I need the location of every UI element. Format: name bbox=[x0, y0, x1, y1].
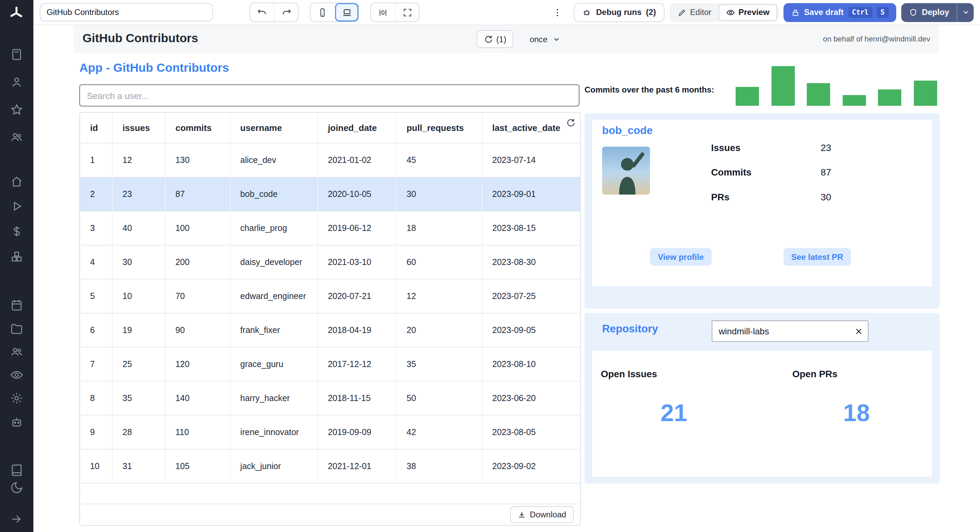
table-cell[interactable]: 40 bbox=[112, 211, 165, 245]
table-cell[interactable]: irene_innovator bbox=[230, 415, 318, 449]
column-header-issues[interactable]: issues bbox=[112, 113, 165, 143]
eye-icon[interactable] bbox=[9, 367, 24, 382]
table-cell[interactable]: 2023-08-05 bbox=[482, 415, 580, 449]
schedule-select[interactable]: once bbox=[525, 30, 566, 48]
table-cell[interactable]: 100 bbox=[165, 211, 230, 245]
refresh-app-button[interactable]: (1) bbox=[477, 30, 513, 48]
table-cell[interactable]: 9 bbox=[80, 415, 112, 449]
column-header-joined_date[interactable]: joined_date bbox=[318, 113, 396, 143]
table-cell[interactable]: 2021-01-02 bbox=[318, 143, 396, 177]
table-cell[interactable]: 140 bbox=[165, 381, 230, 415]
table-cell[interactable]: 12 bbox=[396, 279, 482, 313]
table-row[interactable]: 725120grace_guru2017-12-12352023-08-10 bbox=[80, 347, 580, 381]
clear-repository-button[interactable] bbox=[849, 321, 868, 341]
table-cell[interactable]: frank_fixer bbox=[230, 313, 318, 347]
preview-tab[interactable]: Preview bbox=[718, 4, 777, 21]
users-icon[interactable] bbox=[9, 129, 24, 144]
table-cell[interactable]: 35 bbox=[112, 381, 165, 415]
undo-button[interactable] bbox=[250, 3, 274, 21]
desktop-view-button[interactable] bbox=[334, 3, 358, 21]
table-cell[interactable]: 30 bbox=[112, 245, 165, 279]
table-cell[interactable]: bob_code bbox=[230, 177, 318, 211]
table-cell[interactable]: 2 bbox=[80, 177, 112, 211]
table-cell[interactable]: 35 bbox=[396, 347, 482, 381]
calendar-icon[interactable] bbox=[9, 297, 24, 312]
group-icon[interactable] bbox=[9, 344, 24, 359]
column-header-username[interactable]: username bbox=[230, 113, 318, 143]
deploy-dropdown-button[interactable] bbox=[957, 3, 974, 22]
table-cell[interactable]: 2021-03-10 bbox=[318, 245, 396, 279]
table-cell[interactable]: 19 bbox=[112, 313, 165, 347]
table-cell[interactable]: 2019-06-12 bbox=[318, 211, 396, 245]
table-cell[interactable]: 28 bbox=[112, 415, 165, 449]
table-cell[interactable]: 42 bbox=[396, 415, 482, 449]
dollar-icon[interactable] bbox=[9, 224, 24, 238]
table-cell[interactable]: 31 bbox=[112, 449, 165, 483]
table-cell[interactable]: 2021-12-01 bbox=[318, 449, 396, 483]
folder-icon[interactable] bbox=[9, 321, 24, 336]
table-cell[interactable]: 10 bbox=[80, 449, 112, 483]
table-cell[interactable]: 25 bbox=[112, 347, 165, 381]
fullscreen-button[interactable] bbox=[395, 3, 419, 21]
table-cell[interactable]: 2023-06-20 bbox=[482, 381, 580, 415]
table-cell[interactable]: 3 bbox=[80, 211, 112, 245]
table-cell[interactable]: 2023-08-10 bbox=[482, 347, 580, 381]
view-profile-button[interactable]: View profile bbox=[650, 248, 711, 266]
table-cell[interactable]: 87 bbox=[165, 177, 230, 211]
table-cell[interactable]: grace_guru bbox=[230, 347, 318, 381]
table-cell[interactable]: 105 bbox=[165, 449, 230, 483]
column-header-commits[interactable]: commits bbox=[165, 113, 230, 143]
repository-input[interactable] bbox=[712, 326, 849, 337]
more-menu-button[interactable] bbox=[550, 3, 565, 21]
table-cell[interactable]: 10 bbox=[112, 279, 165, 313]
table-row[interactable]: 928110irene_innovator2019-09-09422023-08… bbox=[80, 415, 580, 449]
table-cell[interactable]: 18 bbox=[396, 211, 482, 245]
debug-runs-button[interactable]: Debug runs (2) bbox=[574, 3, 664, 22]
table-cell[interactable]: 110 bbox=[165, 415, 230, 449]
table-cell[interactable]: 6 bbox=[80, 313, 112, 347]
gear-icon[interactable] bbox=[9, 391, 24, 405]
table-cell[interactable]: 2020-10-05 bbox=[318, 177, 396, 211]
table-cell[interactable]: 12 bbox=[112, 143, 165, 177]
table-cell[interactable]: 2017-12-12 bbox=[318, 347, 396, 381]
user-icon[interactable] bbox=[9, 74, 24, 89]
save-draft-button[interactable]: Save draft Ctrl S bbox=[783, 3, 896, 22]
app-title-input[interactable] bbox=[40, 3, 213, 21]
table-cell[interactable]: 2023-09-01 bbox=[482, 177, 580, 211]
bot-icon[interactable] bbox=[9, 414, 24, 429]
table-cell[interactable]: 38 bbox=[396, 449, 482, 483]
editor-tab[interactable]: Editor bbox=[670, 4, 718, 21]
grid-alignment-button[interactable] bbox=[371, 3, 395, 21]
table-cell[interactable]: 50 bbox=[396, 381, 482, 415]
column-header-pull_requests[interactable]: pull_requests bbox=[396, 113, 482, 143]
table-row[interactable]: 22387bob_code2020-10-05302023-09-01 bbox=[80, 177, 580, 211]
table-cell[interactable]: 2023-07-14 bbox=[482, 143, 580, 177]
table-cell[interactable]: 2023-08-15 bbox=[482, 211, 580, 245]
column-header-id[interactable]: id bbox=[80, 113, 112, 143]
table-cell[interactable]: 70 bbox=[165, 279, 230, 313]
table-cell[interactable]: 90 bbox=[165, 313, 230, 347]
table-cell[interactable]: edward_engineer bbox=[230, 279, 318, 313]
table-row[interactable]: 1031105jack_junior2021-12-01382023-09-02 bbox=[80, 449, 580, 483]
table-cell[interactable]: 120 bbox=[165, 347, 230, 381]
table-cell[interactable]: 45 bbox=[396, 143, 482, 177]
home-icon[interactable] bbox=[9, 174, 24, 189]
table-cell[interactable]: 2023-09-02 bbox=[482, 449, 580, 483]
table-cell[interactable]: 200 bbox=[165, 245, 230, 279]
table-row[interactable]: 340100charlie_prog2019-06-12182023-08-15 bbox=[80, 211, 580, 245]
table-row[interactable]: 430200daisy_developer2021-03-10602023-08… bbox=[80, 245, 580, 279]
table-cell[interactable]: charlie_prog bbox=[230, 211, 318, 245]
download-button[interactable]: Download bbox=[511, 506, 574, 523]
table-cell[interactable]: 2018-04-19 bbox=[318, 313, 396, 347]
table-cell[interactable]: jack_junior bbox=[230, 449, 318, 483]
table-row[interactable]: 51070edward_engineer2020-07-21122023-07-… bbox=[80, 279, 580, 313]
table-cell[interactable]: 8 bbox=[80, 381, 112, 415]
table-row[interactable]: 61990frank_fixer2018-04-19202023-09-05 bbox=[80, 313, 580, 347]
windmill-logo-icon[interactable] bbox=[9, 6, 24, 21]
table-cell[interactable]: daisy_developer bbox=[230, 245, 318, 279]
moon-icon[interactable] bbox=[9, 480, 24, 495]
table-cell[interactable]: 5 bbox=[80, 279, 112, 313]
star-icon[interactable] bbox=[9, 102, 24, 117]
table-cell[interactable]: 2023-07-25 bbox=[482, 279, 580, 313]
table-cell[interactable]: 30 bbox=[396, 177, 482, 211]
